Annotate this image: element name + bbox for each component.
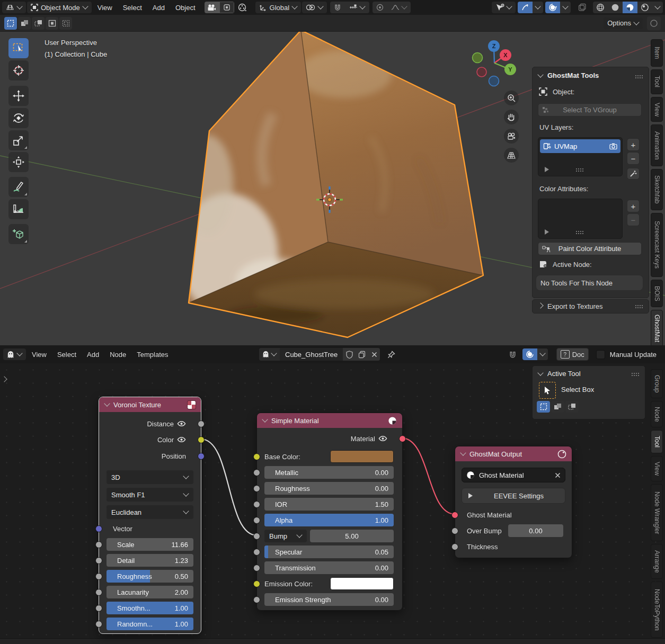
node-ghostmat-output[interactable]: GhostMat Output Ghost Material EEVEE Set… — [455, 446, 572, 558]
socket-in-smoothness[interactable] — [95, 605, 102, 612]
eye-icon[interactable] — [378, 435, 387, 442]
transform-orientation-dropdown[interactable]: Global — [255, 2, 302, 13]
ghost-material-datablock-field[interactable]: Ghost Material — [462, 468, 565, 482]
color-attribute-add-button[interactable]: + — [627, 200, 640, 212]
select-mode-subtract-button[interactable] — [32, 17, 45, 30]
motion-tracking-button[interactable] — [235, 2, 250, 13]
copy-datablock-button[interactable] — [356, 348, 368, 360]
select-mode-tweak-button[interactable] — [4, 17, 17, 30]
options-dropdown[interactable]: Options — [604, 17, 643, 29]
node-tab-node[interactable]: Node — [651, 401, 663, 427]
list-filter-toggle-icon[interactable] — [545, 229, 549, 235]
base-color-swatch[interactable] — [330, 450, 394, 463]
select-to-vgroup-button[interactable]: Select To VGroup — [538, 103, 642, 117]
xray-toggle-button[interactable] — [545, 2, 560, 13]
transmission-slider[interactable]: Transmission0.00 — [264, 561, 394, 574]
eevee-settings-panel-button[interactable]: EEVEE Settings — [462, 488, 565, 504]
node-editor-type-dropdown[interactable] — [3, 348, 26, 360]
tool-scale-button[interactable] — [8, 130, 29, 150]
editor-type-dropdown[interactable] — [2, 2, 26, 13]
sidebar-tab-animation[interactable]: Animation — [651, 124, 663, 166]
sidebar-tab-item[interactable]: Item — [651, 39, 663, 67]
tool-annotate-button[interactable] — [8, 177, 29, 197]
viewport-3d[interactable]: Z X Y User Perspective (1) Collection | … — [0, 32, 665, 345]
pivot-point-dropdown[interactable] — [302, 2, 327, 13]
color-attribute-remove-button[interactable]: − — [627, 213, 640, 226]
socket-in-roughness[interactable] — [95, 573, 102, 580]
region-toggle-button[interactable] — [219, 2, 234, 13]
navigation-gizmo[interactable]: Z X Y — [473, 40, 517, 86]
socket-in-roughness[interactable] — [253, 485, 260, 492]
node-tab-arrange[interactable]: Arrange — [651, 544, 663, 579]
menu-add[interactable]: Add — [148, 2, 170, 13]
socket-in-randomness[interactable] — [95, 621, 102, 628]
sidebar-tab-bois[interactable]: BOIS — [651, 280, 663, 307]
uv-layer-add-button[interactable]: + — [627, 138, 640, 151]
show-overlays-button[interactable] — [518, 2, 533, 13]
bump-mode-dropdown[interactable]: Bump — [264, 530, 307, 542]
gizmo-axis-neg-x[interactable] — [477, 67, 486, 77]
gizmo-axis-neg-y[interactable] — [473, 53, 483, 63]
proportional-edit-button[interactable] — [373, 2, 387, 13]
fake-user-shield-button[interactable] — [343, 348, 356, 360]
mode-dropdown[interactable]: Object Mode — [27, 2, 92, 13]
socket-in-ior[interactable] — [253, 501, 260, 508]
camera-view-toggle-button[interactable] — [504, 129, 519, 144]
voronoi-smoothness-slider[interactable]: Smoothn...1.00 — [107, 602, 193, 614]
shading-rendered-button[interactable] — [637, 2, 652, 13]
shading-dropdown[interactable] — [652, 2, 663, 13]
menu-object[interactable]: Object — [171, 2, 200, 13]
voronoi-dimensions-dropdown[interactable]: 3D — [107, 470, 193, 484]
sidebar-tab-screencast-keys[interactable]: Screencast Keys — [651, 213, 663, 277]
sidebar-tab-sketchfab[interactable]: Sketchfab — [651, 169, 663, 210]
socket-out-distance[interactable] — [198, 421, 205, 427]
roughness-slider[interactable]: Roughness0.00 — [264, 482, 394, 495]
node-tree-name[interactable]: Cube_GhostTree — [280, 351, 343, 359]
emission-color-swatch[interactable] — [330, 577, 394, 590]
sidebar-tab-ghostmat[interactable]: GhostMat — [651, 310, 663, 345]
node-tab-nodetopython[interactable]: NodeToPython — [651, 582, 663, 638]
show-gizmo-dropdown[interactable] — [492, 2, 516, 13]
emission-strength-slider[interactable]: Emission Strength0.00 — [264, 593, 394, 606]
node-tab-view[interactable]: View — [651, 456, 663, 481]
voronoi-feature-dropdown[interactable]: Smooth F1 — [107, 488, 193, 502]
socket-in-base-color[interactable] — [253, 453, 260, 460]
node-menu-node[interactable]: Node — [105, 348, 131, 360]
node-tree-browse-dropdown[interactable] — [259, 348, 280, 361]
doc-button[interactable]: ? Doc — [556, 348, 589, 361]
unlink-datablock-button[interactable] — [368, 348, 380, 360]
color-attributes-list[interactable] — [538, 199, 623, 239]
pin-toggle-button[interactable] — [384, 348, 398, 360]
node-menu-templates[interactable]: Templates — [132, 348, 173, 360]
node-tab-node-wrangler[interactable]: Node Wrangler — [651, 484, 663, 541]
socket-out-material[interactable] — [399, 435, 406, 442]
node-menu-view[interactable]: View — [27, 348, 51, 360]
socket-in-scale[interactable] — [95, 541, 102, 548]
voronoi-randomness-slider[interactable]: Randomn...1.00 — [107, 618, 193, 630]
alpha-slider[interactable]: Alpha1.00 — [264, 514, 394, 526]
bump-value-field[interactable]: 5.00 — [310, 530, 394, 542]
list-resize-grip-icon[interactable] — [575, 230, 584, 235]
node-header-ghostmat-output[interactable]: GhostMat Output — [455, 446, 572, 461]
socket-in-specular[interactable] — [253, 549, 260, 556]
node-header-voronoi[interactable]: Voronoi Texture — [99, 397, 201, 412]
socket-in-bump[interactable] — [253, 533, 260, 540]
tool-move-button[interactable] — [8, 86, 29, 106]
uv-layer-item-uvmap[interactable]: UVMap — [540, 139, 620, 153]
uv-layer-specials-button[interactable] — [627, 168, 640, 180]
snap-toggle-button[interactable] — [330, 2, 345, 13]
voronoi-detail-slider[interactable]: Detail1.23 — [107, 554, 193, 567]
manual-update-checkbox[interactable] — [596, 350, 605, 359]
node-tab-group[interactable]: Group — [651, 369, 663, 398]
zoom-view-button[interactable] — [504, 91, 519, 105]
panel-grip-icon[interactable] — [635, 75, 643, 79]
node-menu-add[interactable]: Add — [82, 348, 104, 360]
tool-mode-extend-button[interactable] — [551, 401, 564, 413]
socket-in-transmission[interactable] — [253, 565, 260, 571]
uv-layer-remove-button[interactable]: − — [627, 152, 640, 165]
over-bump-value-field[interactable]: 0.00 — [508, 524, 563, 537]
shading-solid-button[interactable] — [608, 2, 623, 13]
close-x-icon[interactable] — [555, 472, 561, 478]
socket-in-alpha[interactable] — [253, 517, 260, 524]
socket-in-vector[interactable] — [95, 525, 102, 532]
